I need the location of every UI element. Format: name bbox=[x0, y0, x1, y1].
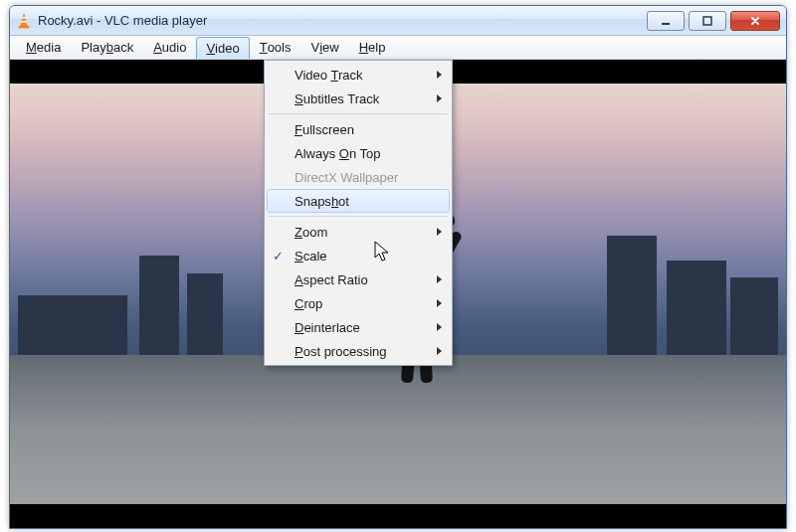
menuitem-label: Snapshot bbox=[295, 194, 349, 209]
menuitem-label: Scale bbox=[295, 249, 327, 264]
menuitem-label: Video Track bbox=[295, 68, 362, 83]
menuitem-always-on-top[interactable]: Always On Top bbox=[267, 141, 450, 165]
scene-building bbox=[730, 277, 778, 355]
menuitem-aspect-ratio[interactable]: Aspect Ratio bbox=[267, 267, 450, 291]
titlebar[interactable]: Rocky.avi - VLC media player bbox=[10, 6, 786, 36]
close-button[interactable] bbox=[730, 11, 780, 31]
menuitem-post-processing[interactable]: Post processing bbox=[267, 339, 450, 363]
menuitem-label: Crop bbox=[295, 296, 322, 311]
minimize-button[interactable] bbox=[647, 11, 685, 31]
menu-tools[interactable]: Tools bbox=[250, 36, 301, 59]
scene-building bbox=[667, 261, 726, 355]
menuitem-label: DirectX Wallpaper bbox=[295, 170, 398, 185]
vlc-cone-icon bbox=[16, 13, 32, 29]
menu-video[interactable]: Video bbox=[196, 37, 249, 59]
window-title: Rocky.avi - VLC media player bbox=[38, 13, 647, 28]
menuitem-label: Fullscreen bbox=[295, 122, 354, 137]
chevron-right-icon bbox=[437, 71, 442, 79]
svg-marker-0 bbox=[21, 14, 27, 26]
menu-view[interactable]: View bbox=[301, 36, 349, 59]
chevron-right-icon bbox=[437, 323, 442, 331]
menuitem-crop[interactable]: Crop bbox=[267, 291, 450, 315]
menuitem-label: Aspect Ratio bbox=[295, 272, 368, 287]
menuitem-zoom[interactable]: Zoom bbox=[267, 220, 450, 244]
menuitem-label: Deinterlace bbox=[295, 320, 360, 335]
menuitem-subtitles-track[interactable]: Subtitles Track bbox=[267, 87, 450, 110]
menu-audio[interactable]: Audio bbox=[143, 36, 196, 59]
menuitem-deinterlace[interactable]: Deinterlace bbox=[267, 315, 450, 339]
chevron-right-icon bbox=[437, 275, 442, 283]
chevron-right-icon bbox=[437, 94, 442, 102]
chevron-right-icon bbox=[437, 347, 442, 355]
menuitem-video-track[interactable]: Video Track bbox=[267, 63, 450, 87]
app-window: Rocky.avi - VLC media player MediaPlayba… bbox=[9, 5, 787, 529]
menu-separator bbox=[269, 216, 448, 217]
svg-rect-3 bbox=[19, 26, 29, 28]
menu-media[interactable]: Media bbox=[16, 36, 71, 59]
scene-building bbox=[607, 236, 657, 355]
menuitem-scale[interactable]: ✓Scale bbox=[267, 244, 450, 267]
menuitem-label: Zoom bbox=[295, 225, 327, 240]
svg-rect-2 bbox=[21, 21, 26, 23]
svg-rect-4 bbox=[662, 23, 670, 25]
check-icon: ✓ bbox=[273, 249, 284, 264]
letterbox-bottom bbox=[10, 504, 786, 528]
video-menu-dropdown: Video TrackSubtitles TrackFullscreenAlwa… bbox=[264, 60, 453, 366]
chevron-right-icon bbox=[437, 299, 442, 307]
scene-building bbox=[139, 256, 179, 365]
svg-rect-1 bbox=[22, 17, 26, 19]
menuitem-fullscreen[interactable]: Fullscreen bbox=[267, 117, 450, 141]
chevron-right-icon bbox=[437, 228, 442, 236]
scene-building bbox=[187, 273, 223, 365]
maximize-button[interactable] bbox=[689, 11, 726, 31]
menu-help[interactable]: Help bbox=[349, 36, 396, 59]
menuitem-label: Always On Top bbox=[295, 146, 381, 161]
menu-separator bbox=[269, 113, 448, 114]
menubar: MediaPlaybackAudioVideoToolsViewHelp bbox=[10, 36, 786, 60]
menuitem-label: Subtitles Track bbox=[295, 91, 379, 106]
menu-playback[interactable]: Playback bbox=[71, 36, 143, 59]
window-controls bbox=[647, 11, 780, 31]
menuitem-snapshot[interactable]: Snapshot bbox=[267, 189, 450, 213]
menuitem-directx-wallpaper: DirectX Wallpaper bbox=[267, 165, 450, 189]
menuitem-label: Post processing bbox=[295, 344, 387, 359]
svg-rect-5 bbox=[703, 17, 711, 25]
